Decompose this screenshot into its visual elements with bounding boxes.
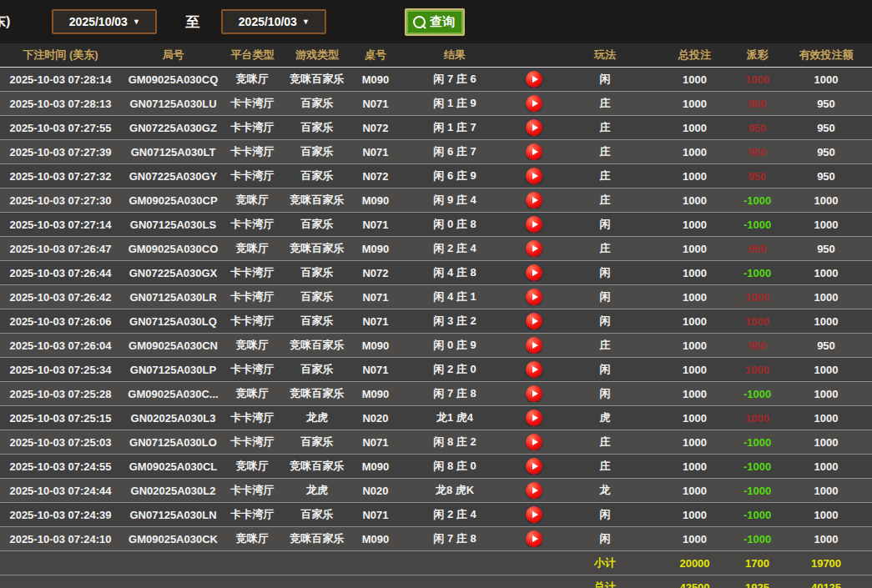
valid-bet-cell: 1000 (780, 460, 872, 473)
bet-type-cell: 闲 (555, 386, 655, 401)
game-type-cell: 龙虎 (280, 483, 355, 498)
play-icon (532, 76, 538, 83)
header-payout: 派彩 (734, 48, 780, 63)
platform-type-cell: 卡卡湾厅 (225, 435, 280, 450)
play-video-button[interactable] (526, 216, 542, 233)
play-video-button[interactable] (526, 168, 542, 184)
valid-bet-cell: 1000 (780, 194, 872, 207)
play-video-button[interactable] (526, 95, 542, 112)
bet-time-cell: 2025-10-03 07:25:34 (0, 364, 121, 376)
date-from-picker[interactable]: 2025/10/03 ▼ (52, 9, 157, 34)
payout-cell: -1000 (734, 219, 780, 231)
payout-cell: -1000 (734, 485, 780, 497)
result-cell: 闲 7 庄 8 (396, 386, 513, 401)
table-no-cell: N071 (355, 509, 396, 521)
total-bet-cell: 1000 (655, 460, 734, 473)
round-id-cell: GM09025A030CP (121, 194, 225, 207)
play-video-button[interactable] (526, 385, 542, 402)
play-video-button[interactable] (526, 434, 542, 450)
total-bet-cell: 1000 (655, 146, 734, 158)
table-no-cell: M090 (355, 243, 396, 255)
valid-bet-cell: 950 (780, 122, 872, 134)
round-id-cell: GN07225A030GY (121, 170, 225, 183)
play-video-button[interactable] (526, 530, 542, 547)
game-type-cell: 竞咪百家乐 (280, 193, 355, 208)
game-type-cell: 百家乐 (280, 168, 355, 183)
platform-type-cell: 竞咪厅 (225, 459, 280, 474)
total-bet-cell: 1000 (655, 533, 734, 545)
bet-time-cell: 2025-10-03 07:28:13 (0, 98, 121, 110)
toolbar: 东) 2025/10/03 ▼ 至 2025/10/03 ▼ 查询 (0, 0, 872, 43)
table-row: 2025-10-03 07:24:44 GN02025A030L2 卡卡湾厅 龙… (0, 478, 872, 502)
header-platform-type: 平台类型 (225, 48, 280, 63)
play-video-button[interactable] (526, 192, 542, 209)
game-type-cell: 百家乐 (280, 96, 355, 111)
play-icon (532, 535, 538, 542)
play-video-button[interactable] (526, 71, 542, 88)
play-video-button[interactable] (526, 240, 542, 257)
table-no-cell: N071 (355, 98, 396, 110)
play-video-button[interactable] (526, 289, 542, 305)
play-video-button[interactable] (526, 313, 542, 329)
play-cell (513, 313, 555, 329)
result-cell: 闲 7 庄 6 (396, 72, 513, 87)
bet-type-cell: 庄 (555, 435, 655, 450)
platform-type-cell: 竞咪厅 (225, 386, 280, 401)
play-cell (513, 482, 555, 499)
platform-type-cell: 卡卡湾厅 (225, 265, 280, 280)
payout-cell: -1000 (734, 460, 780, 473)
result-cell: 闲 6 庄 9 (396, 168, 513, 183)
valid-bet-cell: 950 (780, 146, 872, 158)
round-id-cell: GN02025A030L3 (121, 412, 225, 425)
play-video-button[interactable] (526, 506, 542, 523)
round-id-cell: GN07225A030GZ (121, 122, 225, 134)
result-cell: 闲 8 庄 0 (396, 459, 513, 474)
table-row: 2025-10-03 07:24:55 GM09025A030CL 竞咪厅 竞咪… (0, 454, 872, 478)
total-total-bet: 42500 (655, 581, 734, 588)
result-cell: 闲 0 庄 9 (396, 338, 513, 353)
game-type-cell: 竞咪百家乐 (280, 72, 355, 87)
round-id-cell: GM09025A030CN (121, 339, 225, 352)
result-cell: 闲 6 庄 7 (396, 144, 513, 159)
payout-cell: 1000 (734, 73, 780, 86)
table-row: 2025-10-03 07:27:55 GN07225A030GZ 卡卡湾厅 百… (0, 115, 872, 139)
table-no-cell: N071 (355, 291, 396, 304)
chevron-down-icon: ▼ (133, 18, 140, 26)
play-video-button[interactable] (526, 337, 542, 354)
table-row: 2025-10-03 07:27:14 GN07125A030LS 卡卡湾厅 百… (0, 212, 872, 236)
header-total-bet: 总投注 (655, 48, 734, 63)
play-cell (513, 385, 555, 402)
query-button[interactable]: 查询 (405, 8, 465, 36)
total-bet-cell: 1000 (655, 243, 734, 255)
table-row: 2025-10-03 07:26:06 GN07125A030LQ 卡卡湾厅 百… (0, 309, 872, 333)
platform-type-cell: 竞咪厅 (225, 338, 280, 353)
table-no-cell: M090 (355, 339, 396, 352)
play-video-button[interactable] (526, 119, 542, 136)
valid-bet-cell: 950 (780, 98, 872, 110)
play-cell (513, 434, 555, 450)
platform-type-cell: 卡卡湾厅 (225, 217, 280, 232)
bet-time-cell: 2025-10-03 07:25:28 (0, 388, 121, 400)
payout-cell: -1000 (734, 194, 780, 207)
valid-bet-cell: 1000 (780, 388, 872, 400)
date-to-picker[interactable]: 2025/10/03 ▼ (221, 9, 326, 34)
play-video-button[interactable] (526, 361, 542, 378)
subtotal-row: 小计 20000 1700 19700 (0, 550, 872, 575)
play-cell (513, 410, 555, 426)
bet-time-cell: 2025-10-03 07:26:06 (0, 315, 121, 328)
payout-cell: 950 (734, 170, 780, 183)
game-type-cell: 竞咪百家乐 (280, 338, 355, 353)
play-video-button[interactable] (526, 410, 542, 426)
play-video-button[interactable] (526, 482, 542, 499)
play-video-button[interactable] (526, 264, 542, 281)
game-type-cell: 百家乐 (280, 435, 355, 450)
play-video-button[interactable] (526, 458, 542, 475)
play-cell (513, 506, 555, 523)
play-video-button[interactable] (526, 143, 542, 160)
table-no-cell: N071 (355, 364, 396, 376)
bet-time-cell: 2025-10-03 07:27:32 (0, 170, 121, 183)
game-type-cell: 百家乐 (280, 265, 355, 280)
bet-time-cell: 2025-10-03 07:24:44 (0, 485, 121, 497)
round-id-cell: GN07125A030LR (121, 291, 225, 304)
payout-cell: 1000 (734, 315, 780, 328)
